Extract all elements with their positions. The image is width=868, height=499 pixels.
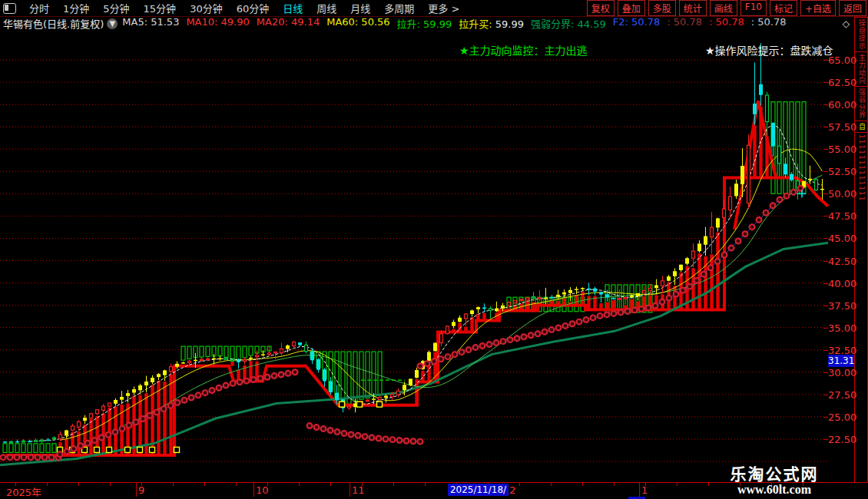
- x-axis-minor-tick: [173, 483, 174, 486]
- candle-body: [65, 430, 68, 435]
- sar-dot: [279, 372, 284, 378]
- candle-body: [316, 359, 320, 370]
- indicator-item-3: MA60: 50.56: [326, 16, 389, 31]
- y-axis-label: 40.00: [828, 278, 852, 289]
- period-tab-5分钟[interactable]: 5分钟: [103, 1, 129, 15]
- sar-dot: [522, 334, 527, 339]
- action-button-复权[interactable]: 复权: [587, 0, 615, 16]
- sar-dot: [653, 303, 658, 309]
- candle-body: [138, 385, 142, 390]
- candle-body: [790, 174, 793, 180]
- x-axis-minor-tick: [47, 483, 48, 486]
- period-tab-15分钟[interactable]: 15分钟: [144, 1, 177, 15]
- right-strip-segment-1: 主力动向: [855, 51, 867, 86]
- sar-dot: [342, 431, 347, 436]
- red-support-bar: [710, 254, 713, 309]
- period-tab-分时[interactable]: 分时: [29, 1, 49, 15]
- sar-dot: [383, 436, 389, 441]
- indicator-value: 50.78: [716, 16, 744, 28]
- sar-dot: [764, 210, 769, 216]
- green-band-bar: [187, 346, 191, 359]
- buy-square-marker: [357, 402, 363, 407]
- indicator-label: MA10:: [186, 16, 220, 28]
- candle-body: [256, 355, 259, 357]
- action-button-标记[interactable]: 标记: [770, 0, 797, 16]
- buy-square-marker: [137, 447, 143, 452]
- action-button-画线[interactable]: 画线: [710, 0, 737, 16]
- y-axis-label: 25.00: [828, 411, 852, 423]
- sar-dot: [217, 385, 222, 391]
- indicator-value: 49.90: [221, 16, 250, 28]
- indicator-item-1: MA10: 49.90: [186, 16, 249, 31]
- x-axis-minor-tick: [425, 483, 426, 486]
- period-tab-月线[interactable]: 月线: [350, 1, 370, 15]
- main-force-annotation: ★主力动向监控：主力出逃: [459, 42, 588, 58]
- y-axis-label: 60.00: [828, 99, 852, 111]
- period-tab-1分钟[interactable]: 1分钟: [63, 1, 89, 15]
- candle-body: [766, 95, 769, 122]
- indicator-label: :: [751, 16, 758, 28]
- chevron-down-icon[interactable]: ▼: [107, 18, 118, 29]
- candle-body: [605, 294, 609, 297]
- candle-body: [740, 166, 744, 184]
- x-axis-minor-tick: [299, 483, 300, 486]
- candle-body: [391, 395, 394, 397]
- sar-dot: [42, 454, 48, 460]
- action-button-叠加[interactable]: 叠加: [618, 0, 645, 16]
- candle-body: [207, 359, 210, 360]
- sar-dot: [404, 438, 409, 444]
- sar-dot: [667, 296, 672, 301]
- sar-dot: [660, 299, 665, 305]
- sar-dot: [577, 319, 582, 325]
- candle-body: [335, 393, 339, 401]
- candle-body: [3, 441, 7, 443]
- sar-dot: [293, 369, 298, 375]
- candle-body: [433, 343, 437, 352]
- period-tab-周线[interactable]: 周线: [316, 1, 336, 15]
- candle-body: [636, 293, 640, 296]
- green-band-bar: [359, 352, 363, 399]
- action-button-返回[interactable]: 返回: [839, 0, 866, 16]
- sar-dot: [605, 312, 610, 318]
- candle-body: [212, 359, 216, 360]
- green-band-bar: [249, 346, 253, 355]
- candle-body: [508, 302, 511, 306]
- indicator-item-9: : 50.78: [709, 16, 744, 31]
- action-button-多股[interactable]: 多股: [648, 0, 676, 16]
- main-chart[interactable]: [0, 31, 854, 482]
- action-button-F10[interactable]: F10: [740, 0, 767, 16]
- sar-dot: [328, 428, 333, 433]
- buy-square-marker: [107, 447, 112, 452]
- indicator-value: 51.53: [151, 16, 179, 28]
- sar-dot: [258, 375, 263, 381]
- candle-body: [366, 400, 369, 402]
- green-band-bar: [34, 444, 38, 453]
- indicator-label: F2:: [613, 16, 631, 28]
- period-tab-60分钟[interactable]: 60分钟: [237, 1, 270, 15]
- action-button-统计[interactable]: 统计: [679, 0, 707, 16]
- period-tab-多周期[interactable]: 多周期: [384, 1, 414, 15]
- candle-body: [771, 123, 775, 147]
- candle-body: [501, 306, 505, 309]
- window-layout-icon[interactable]: [3, 3, 16, 14]
- candle-body: [593, 289, 597, 292]
- sar-dot: [78, 443, 84, 448]
- candle-body: [470, 310, 474, 314]
- period-tab-30分钟[interactable]: 30分钟: [190, 1, 223, 15]
- period-tab-更多 >[interactable]: 更多 >: [428, 1, 459, 15]
- candle-body: [397, 391, 400, 395]
- sar-dot: [570, 321, 575, 326]
- period-tab-日线[interactable]: 日线: [283, 1, 303, 15]
- indicator-label: 强弱分界:: [531, 18, 578, 30]
- indicator-item-7: F2: 50.78: [613, 16, 660, 31]
- right-strip-segment-2: 强弱分界: [855, 86, 867, 121]
- stock-title: 华锡有色(日线.前复权): [3, 16, 104, 31]
- sar-dot: [777, 197, 783, 203]
- action-button-+自选[interactable]: +自选: [800, 0, 836, 16]
- green-band-bar: [46, 444, 50, 453]
- candle-body: [379, 397, 382, 399]
- diamond-icon[interactable]: ◇: [843, 18, 850, 29]
- candle-body: [446, 326, 449, 334]
- indicator-value: 50.78: [757, 16, 786, 28]
- sar-dot: [770, 203, 776, 208]
